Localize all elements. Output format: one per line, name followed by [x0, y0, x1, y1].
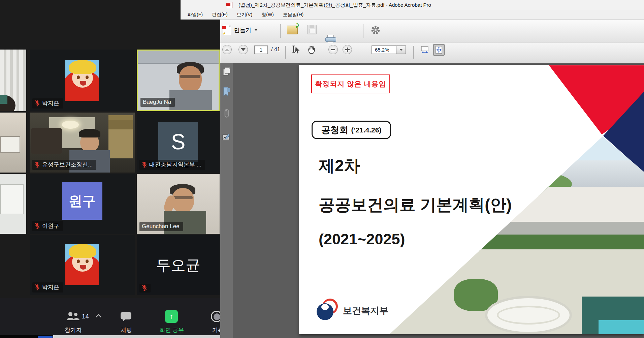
muted-mic-icon — [35, 161, 40, 168]
video-tile-parkjieun[interactable]: 박지은 — [30, 50, 135, 111]
share-arrow-icon: ↑ — [170, 312, 173, 321]
hearing-badge-date: (’21.4.26) — [351, 126, 382, 134]
menu-view[interactable]: 보기(V) — [237, 12, 253, 18]
zoom-toolbar: 14 참가자 채팅 ↑ 화면 공유 기록 — [0, 298, 220, 335]
video-tile-yuseonggu[interactable]: 유성구보건소장신... — [30, 113, 135, 173]
next-page-button[interactable] — [238, 45, 248, 54]
participants-chevron-icon[interactable] — [95, 314, 101, 320]
participant-label: 박지은 — [32, 282, 63, 293]
participant-label — [139, 284, 151, 293]
page-thumbnails-icon[interactable] — [222, 66, 231, 76]
video-tile-partial[interactable] — [0, 113, 26, 173]
create-pdf-button[interactable]: ★ 만들기 — [223, 25, 258, 35]
participant-label: Geunchan Lee — [139, 222, 183, 231]
share-screen-label[interactable]: 화면 공유 — [153, 326, 191, 334]
zoom-meeting-window: 박지은 BaegJu Na — [0, 0, 220, 338]
acrobat-nav-toolbar: 1 / 41 65.2% — [181, 42, 644, 63]
pdf-page: 확정되지 않은 내용임 공청회 (’21.4.26) 제2차 공공보건의료 기본… — [299, 65, 644, 334]
participant-label: 유성구보건소장신... — [32, 160, 96, 170]
zoom-dropdown-arrow-icon[interactable] — [396, 45, 406, 54]
nav-separator — [413, 46, 414, 59]
video-tile-baegjuna-active[interactable]: BaegJu Na — [137, 50, 220, 111]
acrobat-top-bars: (별첨)_제2차_공공보건의료_기본계획(안)_공청회_발표_자료.pdf - … — [181, 0, 644, 20]
slide-title-line3: (2021~2025) — [319, 231, 405, 248]
participant-label: 박지은 — [32, 98, 63, 109]
hearing-badge-title: 공청회 — [321, 124, 349, 136]
anime-avatar — [65, 60, 99, 101]
share-screen-button[interactable]: ↑ — [165, 310, 178, 323]
save-icon[interactable] — [307, 25, 317, 34]
participant-name: BaegJu Na — [143, 99, 171, 105]
menu-help[interactable]: 도움말(H) — [283, 12, 303, 18]
nav-separator — [285, 46, 286, 59]
acrobat-menubar: 파일(F) 편집(E) 보기(V) 창(W) 도움말(H) — [181, 10, 644, 20]
video-tile-partial[interactable] — [0, 174, 26, 234]
participant-name: 유성구보건소장신... — [42, 161, 93, 168]
participant-label: BaegJu Na — [140, 98, 175, 107]
hearing-badge: 공청회 (’21.4.26) — [312, 121, 391, 139]
page-total-label: / 41 — [271, 47, 280, 53]
open-file-icon[interactable]: ↷ — [287, 26, 298, 34]
slide-title-line1: 제2차 — [319, 155, 360, 177]
participants-label[interactable]: 참가자 — [54, 326, 93, 334]
signatures-icon[interactable] — [222, 132, 231, 143]
create-dropdown-arrow-icon[interactable] — [254, 29, 258, 31]
menu-file[interactable]: 파일(F) — [187, 12, 203, 18]
video-tile-leewongu[interactable]: 원구 이원구 — [30, 174, 135, 234]
video-tile-partial[interactable] — [0, 50, 26, 111]
fit-page-button[interactable] — [433, 44, 445, 56]
attachments-icon[interactable] — [222, 109, 231, 119]
acrobat-toolbar: ★ 만들기 ↷ T ✕ ↷ ➜ — [181, 20, 644, 42]
select-tool-icon[interactable] — [292, 45, 301, 55]
video-tile-geunchanlee[interactable]: Geunchan Lee — [137, 174, 220, 234]
video-tile-duogyun[interactable]: 두오균 — [137, 235, 220, 295]
hand-tool-icon[interactable] — [307, 45, 317, 55]
participant-name: 박지은 — [42, 283, 59, 291]
zoom-in-button[interactable] — [343, 45, 352, 54]
record-label[interactable]: 기록 — [206, 326, 220, 334]
acrobat-titlebar[interactable]: (별첨)_제2차_공공보건의료_기본계획(안)_공청회_발표_자료.pdf - … — [181, 0, 644, 10]
chat-button[interactable] — [120, 311, 132, 324]
participants-count: 14 — [82, 313, 89, 320]
slide-title-line2: 공공보건의료 기본계획(안) — [319, 194, 512, 216]
taskbar-blue-segment — [38, 336, 53, 338]
text-avatar: 원구 — [62, 182, 102, 220]
screen: ★ 만들기 ↷ T ✕ ↷ ➜ 1 — [0, 0, 644, 338]
previous-page-button[interactable] — [222, 45, 232, 54]
create-pdf-label: 만들기 — [234, 26, 251, 34]
round-building — [485, 296, 572, 334]
toolbar-separator — [280, 24, 281, 38]
zoom-level-value[interactable]: 65.2% — [372, 45, 396, 54]
video-tile-daejeon[interactable]: S 대전충남지역본부 ... — [137, 113, 220, 173]
menu-window[interactable]: 창(W) — [261, 12, 274, 18]
participant-label: 대전충남지역본부 ... — [139, 160, 205, 170]
acrobat-window: ★ 만들기 ↷ T ✕ ↷ ➜ 1 — [181, 0, 644, 338]
fit-width-button[interactable] — [419, 44, 430, 56]
zoom-level-control[interactable]: 65.2% — [372, 45, 406, 54]
menu-edit[interactable]: 편집(E) — [212, 12, 228, 18]
muted-mic-icon — [142, 285, 147, 291]
participant-name: 박지은 — [42, 99, 59, 107]
participant-name: 대전충남지역본부 ... — [149, 161, 201, 168]
bookmarks-icon[interactable] — [222, 87, 231, 97]
chat-label[interactable]: 채팅 — [111, 326, 141, 334]
page-number-input[interactable]: 1 — [254, 45, 268, 54]
record-button[interactable] — [211, 311, 220, 322]
muted-mic-icon — [35, 100, 40, 106]
muted-mic-icon — [142, 161, 147, 168]
chat-icon — [120, 311, 132, 322]
ministry-logo-icon — [317, 299, 338, 320]
toolbar-separator — [363, 24, 363, 38]
create-pdf-icon: ★ — [223, 25, 231, 35]
zoom-out-button[interactable] — [328, 45, 338, 54]
settings-gear-icon[interactable] — [371, 25, 381, 35]
participants-button[interactable] — [66, 311, 80, 324]
video-tile-parkjieun2[interactable]: 박지은 — [30, 235, 135, 295]
nav-separator — [323, 46, 323, 59]
muted-mic-icon — [35, 223, 40, 229]
participant-name: Geunchan Lee — [142, 223, 180, 230]
letter-avatar: S — [158, 122, 198, 162]
notice-box: 확정되지 않은 내용임 — [311, 74, 390, 93]
window-title: (별첨)_제2차_공공보건의료_기본계획(안)_공청회_발표_자료.pdf - … — [238, 2, 431, 8]
navigation-panel-strip — [220, 63, 233, 338]
